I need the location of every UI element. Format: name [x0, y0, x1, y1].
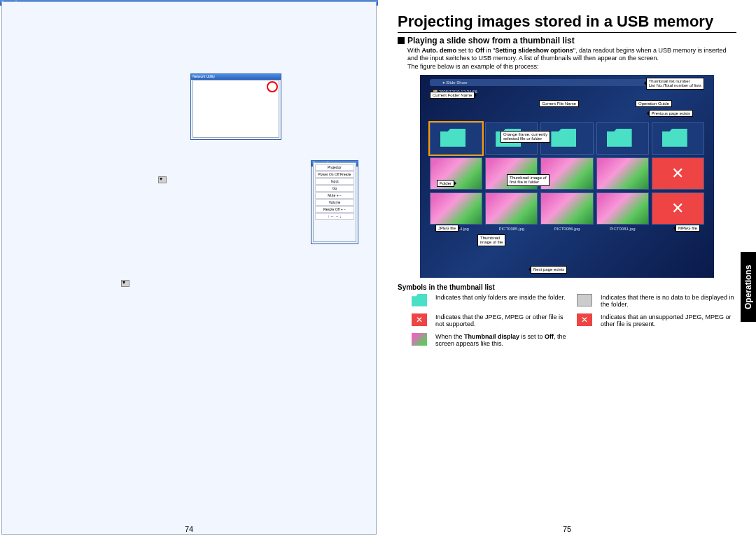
- callout-thumb-list-num: Thumbnail list number List No./Total num…: [646, 78, 704, 90]
- thumb-pict82[interactable]: PICT0082.jpg: [596, 157, 649, 190]
- thumbnail-grid: Folder1 Folder2 Folder3 Folder4 Folder5 …: [430, 122, 704, 225]
- thumb-cross1[interactable]: [652, 157, 704, 190]
- callout-thumb-file: Thumbnail image of file: [477, 234, 505, 246]
- callout-current-file: Current File Name: [539, 100, 579, 108]
- thumbnail-figure: ● Slide Show 📁 2005/12/19 12:34:56 Curre…: [420, 75, 714, 278]
- thumb-cross2[interactable]: [652, 192, 704, 225]
- right-page: Projecting images stored in a USB memory…: [378, 0, 756, 536]
- callout-next-page: Next page exists: [531, 266, 567, 274]
- sym-no-data: Indicates that there is no data to be di…: [601, 294, 736, 308]
- thumb-pict81b[interactable]: PICT0081.jpg: [596, 192, 649, 225]
- thumb-folder4[interactable]: Folder4: [596, 122, 649, 155]
- folder-blank-icon: [577, 294, 592, 306]
- cross-icon: [412, 313, 427, 326]
- callout-current-folder: Current Folder Name: [430, 92, 475, 99]
- remote-control-window-big: Remote Con… Projector Power On Off Freez…: [311, 160, 358, 244]
- symbols-heading: Symbols in the thumbnail list: [398, 283, 736, 291]
- callout-op-guide: Operation Guide: [636, 100, 672, 108]
- left-page: Using the Network Utility (Continued) Op…: [0, 0, 378, 536]
- thumb-pict84[interactable]: PICT0084.jpg: [430, 192, 482, 225]
- callout-folder: Folder: [437, 180, 454, 188]
- dropdown-icon-2[interactable]: [121, 280, 130, 287]
- right-intro: With Auto. demo set to Off in "Setting s…: [407, 47, 736, 71]
- operations-tab: Operations: [741, 252, 756, 322]
- network-utility-window: Network Utility: [190, 73, 281, 140]
- symbols-grid: Indicates that only folders are inside t…: [412, 294, 736, 347]
- playing-slideshow-heading: Playing a slide show from a thumbnail li…: [398, 36, 736, 45]
- callout-first-file: Thumbnail image of first file in folder: [507, 174, 550, 186]
- sym-not-supported: Indicates that the JPEG, MPEG or other f…: [435, 313, 571, 327]
- sym-folder-only: Indicates that only folders are inside t…: [435, 294, 571, 301]
- thumb-folder5[interactable]: Folder5: [652, 122, 704, 155]
- remote-control-window-thumb: Remote Con…: [323, 75, 358, 127]
- sym-thumb-off: When the Thumbnail display is set to Off…: [435, 333, 571, 347]
- folder-icon: [412, 294, 427, 306]
- thumb-pict85[interactable]: PICT0085.jpg: [485, 192, 538, 225]
- jpeg-icon: [412, 333, 427, 346]
- sym-unsupported-present: Indicates that an unsupported JPEG, MPEG…: [601, 313, 736, 327]
- callout-mpeg: MPEG file: [676, 225, 700, 232]
- thumb-folder1[interactable]: Folder1: [430, 122, 482, 155]
- thumb-pict86[interactable]: PICT0086.jpg: [540, 192, 593, 225]
- callout-prev-page: Previous page exists: [649, 110, 693, 118]
- right-title: Projecting images stored in a USB memory: [398, 13, 736, 33]
- page-number-right: 75: [563, 525, 571, 533]
- callout-orange-frame: Orange frame: currently selected file or…: [500, 131, 550, 143]
- dropdown-icon[interactable]: [158, 176, 167, 183]
- page-number-left: 74: [185, 525, 193, 533]
- cross-icon-2: [577, 313, 592, 326]
- callout-jpeg: JPEG file: [435, 225, 458, 232]
